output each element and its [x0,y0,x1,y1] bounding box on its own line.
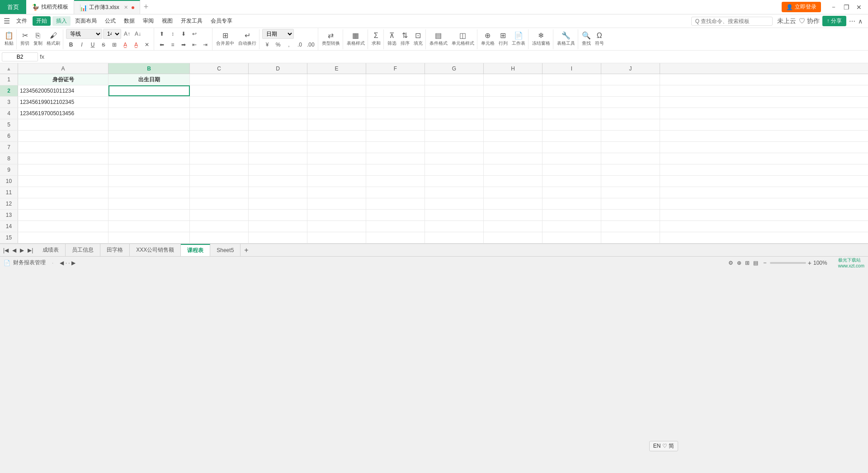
row-header-6[interactable]: 6 [0,131,18,141]
cell-a5[interactable] [18,119,108,130]
thousands-button[interactable]: , [284,40,294,50]
cell-i2[interactable] [542,85,601,96]
cell-i4[interactable] [542,108,601,119]
font-size-select[interactable]: 14 [103,29,121,39]
cell-j11[interactable] [601,187,660,198]
table-tool-button[interactable]: 🔧 表格工具 [555,29,577,49]
sum-button[interactable]: Σ 求和 [370,29,382,49]
format-type-select[interactable]: 日期 [262,29,294,39]
collapse-icon[interactable]: ∧ [858,18,863,25]
cell-e8[interactable] [307,153,366,164]
cell-a2[interactable]: 123456200501011234 [18,85,108,96]
menu-formulas[interactable]: 公式 [101,16,119,26]
menu-hamburger-icon[interactable]: ☰ [2,17,12,25]
freeze-button[interactable]: ❄ 冻结窗格 [530,29,552,49]
cell-c6[interactable] [190,131,249,141]
col-header-f[interactable]: F [366,63,425,74]
cut-button[interactable]: ✂ 剪切 [19,29,31,49]
decrease-decimal-button[interactable]: .00 [306,40,316,50]
type-convert-button[interactable]: ⇄ 类型转换 [320,29,342,49]
cell-e10[interactable] [307,176,366,187]
merge-button[interactable]: ⊞ 合并居中 [214,29,236,49]
sort-button[interactable]: ⇅ 排序 [399,29,411,49]
cell-i12[interactable] [542,198,601,209]
cell-f6[interactable] [366,131,425,141]
cell-b11[interactable] [108,187,190,198]
cell-b14[interactable] [108,221,190,232]
align-bottom-button[interactable]: ⬇ [179,29,189,39]
cell-f7[interactable] [366,142,425,153]
cell-f13[interactable] [366,210,425,220]
cell-e4[interactable] [307,108,366,119]
tab-close-icon[interactable]: ✕ [124,5,128,10]
cell-c3[interactable] [190,97,249,108]
cell-c4[interactable] [190,108,249,119]
cell-i8[interactable] [542,153,601,164]
menu-member[interactable]: 会员专享 [207,16,236,26]
row-header-9[interactable]: 9 [0,164,18,175]
row-header-12[interactable]: 12 [0,198,18,209]
cell-j12[interactable] [601,198,660,209]
cell-j6[interactable] [601,131,660,141]
cell-a10[interactable] [18,176,108,187]
cell-j3[interactable] [601,97,660,108]
cell-d6[interactable] [249,131,307,141]
cell-c5[interactable] [190,119,249,130]
cell-d15[interactable] [249,232,307,243]
cell-b13[interactable] [108,210,190,220]
cell-c9[interactable] [190,164,249,175]
format-painter-button[interactable]: 🖌 格式刷 [45,29,62,49]
cell-b12[interactable] [108,198,190,209]
italic-button[interactable]: I [77,40,87,50]
insert-cell-button[interactable]: ⊕ 单元格 [479,29,496,49]
status-icon-2[interactable]: ⊕ [737,260,741,266]
cond-format-button[interactable]: ▤ 条件格式 [428,29,449,49]
row-header-2[interactable]: 2 [0,85,18,96]
row-header-14[interactable]: 14 [0,221,18,232]
wrap-vertical-button[interactable]: ↩ [189,29,199,39]
status-icon-4[interactable]: ▤ [753,260,758,266]
cell-e15[interactable] [307,232,366,243]
cell-a11[interactable] [18,187,108,198]
sheet-nav-next[interactable]: ▶ [19,247,25,253]
table-style-button[interactable]: ▦ 表格样式 [345,29,367,49]
percent-button[interactable]: % [273,40,283,50]
cell-j2[interactable] [601,85,660,96]
cell-d11[interactable] [249,187,307,198]
find-button[interactable]: 🔍 查找 [580,29,593,49]
wrap-button[interactable]: ↵ 自动换行 [236,29,258,49]
manage-label[interactable]: 财务报表管理 [13,259,46,267]
cell-b7[interactable] [108,142,190,153]
cell-g8[interactable] [425,153,484,164]
cell-f14[interactable] [366,221,425,232]
cell-c12[interactable] [190,198,249,209]
menu-data[interactable]: 数据 [120,16,138,26]
cell-e14[interactable] [307,221,366,232]
cell-a13[interactable] [18,210,108,220]
fill-button[interactable]: ⊡ 填充 [412,29,425,49]
cell-c1[interactable] [190,74,249,85]
cell-h2[interactable] [484,85,542,96]
menu-view[interactable]: 视图 [158,16,176,26]
align-top-button[interactable]: ⬆ [157,29,167,39]
cell-f9[interactable] [366,164,425,175]
cell-h12[interactable] [484,198,542,209]
row-header-8[interactable]: 8 [0,153,18,164]
menu-file[interactable]: 文件 [13,16,31,26]
cell-b2[interactable] [108,85,190,96]
insert-row-button[interactable]: ⊞ 行列 [497,29,509,49]
filter-button[interactable]: ⊼ 筛选 [386,29,398,49]
zoom-minus-button[interactable]: － [762,259,768,267]
bold-button[interactable]: B [66,40,76,50]
cell-f11[interactable] [366,187,425,198]
cell-f12[interactable] [366,198,425,209]
cell-d8[interactable] [249,153,307,164]
cell-h3[interactable] [484,97,542,108]
cell-f5[interactable] [366,119,425,130]
cell-b9[interactable] [108,164,190,175]
cell-j4[interactable] [601,108,660,119]
cell-e2[interactable] [307,85,366,96]
cell-h13[interactable] [484,210,542,220]
border-button[interactable]: ⊞ [109,40,119,50]
cell-i7[interactable] [542,142,601,153]
